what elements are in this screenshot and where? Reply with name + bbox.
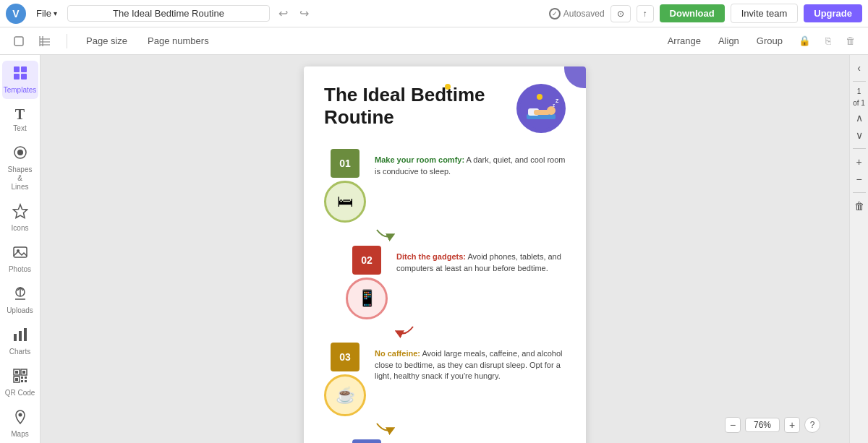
maps-label: Maps xyxy=(11,430,28,439)
sidebar-item-qrcode[interactable]: QR Code xyxy=(2,364,38,402)
canvas-area[interactable]: The Ideal Bedtime Routine Z xyxy=(41,55,849,443)
document-title-input[interactable] xyxy=(67,5,270,22)
step-1-number: 01 xyxy=(331,149,359,178)
svg-rect-20 xyxy=(24,328,27,341)
svg-marker-12 xyxy=(13,205,27,218)
delete-button[interactable]: 🗑 xyxy=(841,33,859,49)
templates-label: Templates xyxy=(4,86,37,95)
group-button[interactable]: Group xyxy=(751,33,788,49)
sidebar-item-templates[interactable]: Templates xyxy=(2,61,38,99)
step-2: 02 📱 Ditch the gadgets: Avoid phones, ta… xyxy=(346,246,566,319)
sidebar-item-text[interactable]: T Text xyxy=(2,102,38,137)
app-logo: V xyxy=(6,4,26,24)
step-1: 01 🛏 Make your room comfy: A dark, quiet… xyxy=(324,149,566,223)
zoom-out-button[interactable]: − xyxy=(725,417,741,433)
photos-label: Photos xyxy=(9,265,31,274)
svg-text:Z: Z xyxy=(556,98,559,103)
step-4-text: Set a bedtime: Set a Try to go to bed at… xyxy=(396,439,566,443)
page-numbers-button[interactable]: Page numbers xyxy=(140,33,216,49)
arrow-2-3 xyxy=(395,325,566,341)
uploads-label: Uploads xyxy=(7,306,33,315)
svg-rect-7 xyxy=(21,66,27,72)
redo-button[interactable]: ↪ xyxy=(297,5,312,22)
undo-button[interactable]: ↩ xyxy=(276,5,291,22)
right-panel-sep-1 xyxy=(853,81,866,82)
autosaved-icon: ✓ xyxy=(549,8,561,20)
svg-rect-27 xyxy=(21,377,23,379)
infographic-page[interactable]: The Ideal Bedtime Routine Z xyxy=(304,66,586,443)
page-up-button[interactable]: ∧ xyxy=(854,111,864,125)
step-2-left: 02 📱 xyxy=(346,246,388,319)
right-panel-collapse[interactable]: ‹ xyxy=(856,61,862,75)
upgrade-button[interactable]: Upgrade xyxy=(804,4,862,22)
yellow-dot-2 xyxy=(445,84,451,90)
icons-label: Icons xyxy=(12,224,29,233)
sidebar-item-charts[interactable]: Charts xyxy=(2,322,38,361)
right-trash-button[interactable]: 🗑 xyxy=(853,199,866,213)
zoom-value[interactable]: 76% xyxy=(745,418,780,432)
svg-rect-29 xyxy=(21,380,23,382)
text-label: Text xyxy=(13,124,26,133)
current-page: 1 xyxy=(857,87,861,95)
step-3-left: 03 ☕ xyxy=(324,343,366,416)
qrcode-icon xyxy=(12,368,28,387)
page-total: of 1 xyxy=(853,99,865,108)
autosaved-label: Autosaved xyxy=(563,9,605,19)
svg-rect-19 xyxy=(19,331,22,341)
right-panel: ‹ 1 of 1 ∧ ∨ + − 🗑 xyxy=(849,55,868,443)
svg-rect-28 xyxy=(25,377,27,379)
file-label: File xyxy=(36,8,51,19)
arrange-button[interactable]: Arrange xyxy=(662,33,707,49)
sidebar-item-uploads[interactable]: Uploads xyxy=(2,281,38,319)
step-4: 04 Set a bedtime: Set a Try to go to bed… xyxy=(346,439,566,443)
page-down-button[interactable]: ∨ xyxy=(854,128,864,142)
svg-rect-18 xyxy=(14,334,17,341)
templates-icon xyxy=(12,65,28,85)
autosaved-status: ✓ Autosaved xyxy=(549,8,605,20)
lock-button[interactable]: 🔒 xyxy=(794,33,815,49)
svg-point-11 xyxy=(17,150,23,155)
grid-toggle[interactable] xyxy=(35,33,55,50)
zoom-help-button[interactable]: ? xyxy=(804,417,820,433)
right-panel-sep-3 xyxy=(853,192,866,193)
step-1-left: 01 🛏 xyxy=(324,149,366,223)
sidebar: Templates T Text Shapes & Lines Icons Ph… xyxy=(0,55,41,443)
sidebar-item-maps[interactable]: Maps xyxy=(2,405,38,443)
zoom-in-button[interactable]: + xyxy=(784,417,800,433)
shapes-icon xyxy=(12,145,28,164)
sidebar-item-shapes[interactable]: Shapes & Lines xyxy=(2,140,38,196)
page-number: 1 xyxy=(857,87,861,96)
charts-icon xyxy=(12,327,28,346)
step-2-icon-circle: 📱 xyxy=(346,278,388,319)
step-2-number: 02 xyxy=(352,246,381,275)
title-area: The Ideal Bedtime Routine Z xyxy=(324,84,566,140)
right-minus-button[interactable]: − xyxy=(854,172,863,186)
svg-rect-8 xyxy=(14,74,20,79)
sidebar-item-icons[interactable]: Icons xyxy=(2,199,38,237)
svg-rect-24 xyxy=(22,371,25,374)
sidebar-item-photos[interactable]: Photos xyxy=(2,240,38,278)
export-button[interactable]: ↑ xyxy=(637,5,654,22)
svg-point-31 xyxy=(18,413,22,417)
charts-label: Charts xyxy=(9,348,30,356)
step-1-text: Make your room comfy: A dark, quiet, and… xyxy=(375,149,566,177)
checkbox-toggle[interactable] xyxy=(9,33,29,50)
right-expand-button[interactable]: + xyxy=(854,155,863,169)
share-button[interactable]: ⊙ xyxy=(610,5,631,22)
svg-text:Z: Z xyxy=(553,103,555,108)
download-button[interactable]: Download xyxy=(660,4,725,22)
shapes-label: Shapes & Lines xyxy=(5,165,35,192)
zoom-controls: − 76% + ? xyxy=(725,417,820,433)
copy-button[interactable]: ⎘ xyxy=(821,33,835,49)
step-3-number: 03 xyxy=(331,343,359,371)
yellow-dot xyxy=(537,94,542,100)
svg-rect-9 xyxy=(21,74,27,79)
step-4-number: 04 xyxy=(352,439,381,443)
icons-icon xyxy=(12,203,28,223)
page-size-button[interactable]: Page size xyxy=(79,33,135,49)
step-4-left: 04 xyxy=(346,439,388,443)
file-menu[interactable]: File ▾ xyxy=(32,6,61,21)
align-button[interactable]: Align xyxy=(712,33,745,49)
uploads-icon xyxy=(12,285,28,305)
invite-team-button[interactable]: Invite team xyxy=(731,4,799,23)
